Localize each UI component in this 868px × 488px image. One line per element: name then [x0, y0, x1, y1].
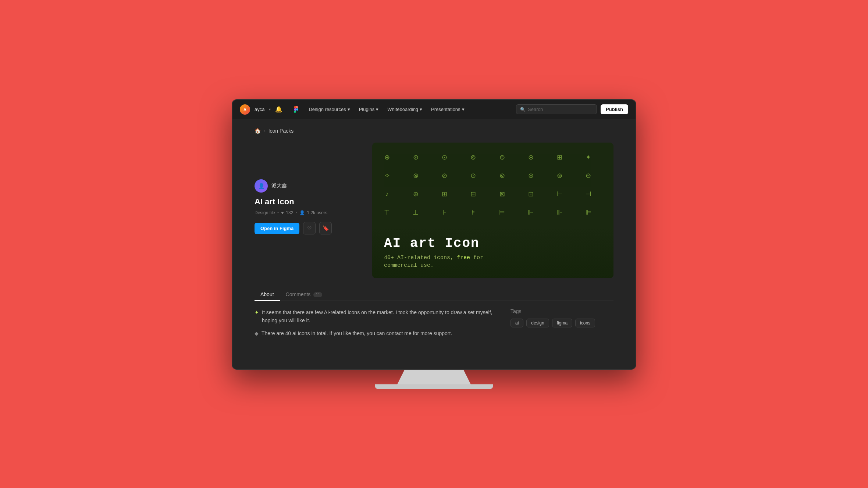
user-name: ayca: [255, 107, 264, 112]
open-figma-button[interactable]: Open in Figma: [255, 223, 299, 234]
breadcrumb-icon-packs[interactable]: Icon Packs: [268, 128, 294, 134]
search-bar[interactable]: 🔍 Search: [516, 104, 597, 114]
tag-design[interactable]: design: [526, 319, 549, 327]
icons-grid: ⊕ ⊛ ⊙ ⊚ ⊜ ⊝ ⊞ ✦ ✧ ⊗ ⊘ ⊙ ⊚: [380, 150, 606, 220]
icon-cell: ⊥: [408, 205, 423, 220]
icon-cell: ⊜: [552, 168, 567, 183]
icon-cell: ⊙: [466, 168, 481, 183]
like-button[interactable]: ♡: [303, 222, 316, 234]
preview-title: AI art Icon: [384, 236, 602, 251]
tab-comments[interactable]: Comments 11: [280, 288, 328, 301]
icon-cell: ⊕: [380, 150, 394, 165]
tags-label: Tags: [511, 308, 613, 314]
icon-cell: ⊝: [581, 168, 596, 183]
users-icon: 👤: [299, 210, 305, 215]
dropdown-icon: ▾: [462, 107, 465, 112]
left-panel: 👤 派大鑫 AI art Icon Design file • ♥ 132 • …: [255, 143, 357, 278]
about-text: ✦ It seems that there are few AI-related…: [255, 308, 496, 342]
icon-cell: ⊟: [466, 187, 481, 201]
tab-about[interactable]: About: [255, 288, 280, 301]
about-line-1: ✦ It seems that there are few AI-related…: [255, 308, 496, 325]
search-icon: 🔍: [520, 107, 526, 112]
file-type: Design file: [255, 210, 275, 215]
tag-icons[interactable]: icons: [575, 319, 595, 327]
author-avatar: 👤: [255, 179, 268, 193]
nav-divider: [287, 105, 287, 114]
monitor-wrapper: A ayca ▾ 🔔 Design resources: [232, 99, 636, 389]
icon-cell: ⊦: [437, 205, 452, 220]
nav-right: 🔍 Search Publish: [516, 104, 628, 114]
icon-cell: ⊩: [523, 205, 538, 220]
notifications-icon[interactable]: 🔔: [275, 106, 282, 113]
preview-overlay: AI art Icon 40+ AI-related icons, free f…: [372, 227, 613, 278]
nav-left: A ayca ▾ 🔔 Design resources: [240, 104, 513, 115]
breadcrumb: 🏠 › Icon Packs: [255, 128, 613, 134]
breadcrumb-home[interactable]: 🏠: [255, 128, 261, 134]
icon-cell: ✧: [380, 168, 394, 183]
icon-cell: ⊨: [495, 205, 509, 220]
icon-cell: ♪: [380, 187, 394, 201]
monitor-base: [375, 384, 493, 389]
about-section: ✦ It seems that there are few AI-related…: [255, 308, 613, 342]
dropdown-icon: ▾: [420, 107, 422, 112]
file-likes: 132: [286, 210, 293, 215]
icon-cell: ⊝: [523, 150, 538, 165]
tag-ai[interactable]: ai: [511, 319, 523, 327]
figma-icon[interactable]: [292, 105, 300, 114]
breadcrumb-separator: ›: [264, 128, 266, 134]
icon-cell: ⊚: [495, 168, 509, 183]
comments-badge: 11: [313, 292, 322, 297]
bookmark-button[interactable]: 🔖: [319, 222, 332, 234]
nav-plugins[interactable]: Plugins ▾: [355, 105, 383, 114]
about-line-2: ◆ There are 40 ai icons in total. If you…: [255, 329, 496, 337]
icon-cell: ⊠: [495, 187, 509, 201]
dropdown-icon: ▾: [376, 107, 378, 112]
preview-subtitle: 40+ AI-related icons, free forcommercial…: [384, 254, 602, 269]
file-meta: Design file • ♥ 132 • 👤 1.2k users: [255, 210, 357, 215]
icon-cell: ⊧: [466, 205, 481, 220]
tabs-row: About Comments 11: [255, 288, 613, 301]
icon-cell: ⊞: [437, 187, 452, 201]
file-title: AI art Icon: [255, 197, 357, 207]
sparkle-icon: ✦: [255, 308, 259, 325]
icon-cell: ⊞: [552, 150, 567, 165]
author-row: 👤 派大鑫: [255, 179, 357, 193]
icon-cell: ⊤: [380, 205, 394, 220]
icon-cell: ⊣: [581, 187, 596, 201]
preview-inner: ⊕ ⊛ ⊙ ⊚ ⊜ ⊝ ⊞ ✦ ✧ ⊗ ⊘ ⊙ ⊚: [372, 143, 613, 278]
nav-presentations[interactable]: Presentations ▾: [427, 105, 468, 114]
tag-figma[interactable]: figma: [552, 319, 572, 327]
main-content: 🏠 › Icon Packs 👤 派大鑫 AI art Icon Design …: [232, 119, 636, 369]
content-grid: 👤 派大鑫 AI art Icon Design file • ♥ 132 • …: [255, 143, 613, 278]
icon-cell: ⊘: [437, 168, 452, 183]
icon-cell: ⊜: [495, 150, 509, 165]
icon-cell: ⊛: [408, 150, 423, 165]
nav-whiteboarding[interactable]: Whiteboarding ▾: [384, 105, 426, 114]
icon-cell: ⊡: [523, 187, 538, 201]
publish-button[interactable]: Publish: [601, 104, 628, 114]
icon-cell: ⊪: [552, 205, 567, 220]
action-row: Open in Figma ♡ 🔖: [255, 222, 357, 234]
icon-cell: ⊢: [552, 187, 567, 201]
monitor: A ayca ▾ 🔔 Design resources: [232, 99, 636, 370]
dropdown-icon: ▾: [348, 107, 350, 112]
icon-cell: ⊕: [408, 187, 423, 201]
author-name[interactable]: 派大鑫: [271, 183, 287, 189]
icon-cell: ✦: [581, 150, 596, 165]
navbar: A ayca ▾ 🔔 Design resources: [232, 100, 636, 119]
icon-cell: ⊚: [466, 150, 481, 165]
user-chevron-icon[interactable]: ▾: [269, 107, 271, 111]
icon-cell: ⊗: [408, 168, 423, 183]
tabs-section: About Comments 11 ✦ It seems that there …: [255, 288, 613, 342]
icon-cell: ⊫: [581, 205, 596, 220]
nav-design-resources[interactable]: Design resources ▾: [305, 105, 353, 114]
nav-links: Design resources ▾ Plugins ▾ Whiteboardi…: [305, 105, 468, 114]
tags-section: Tags ai design figma icons: [511, 308, 613, 342]
icon-cell: ⊛: [523, 168, 538, 183]
file-users: 1.2k users: [307, 210, 327, 215]
search-placeholder: Search: [528, 107, 543, 112]
avatar[interactable]: A: [240, 104, 250, 115]
preview-container: ⊕ ⊛ ⊙ ⊚ ⊜ ⊝ ⊞ ✦ ✧ ⊗ ⊘ ⊙ ⊚: [372, 143, 613, 278]
monitor-stand: [397, 370, 471, 384]
heart-icon: ♥: [281, 210, 284, 215]
